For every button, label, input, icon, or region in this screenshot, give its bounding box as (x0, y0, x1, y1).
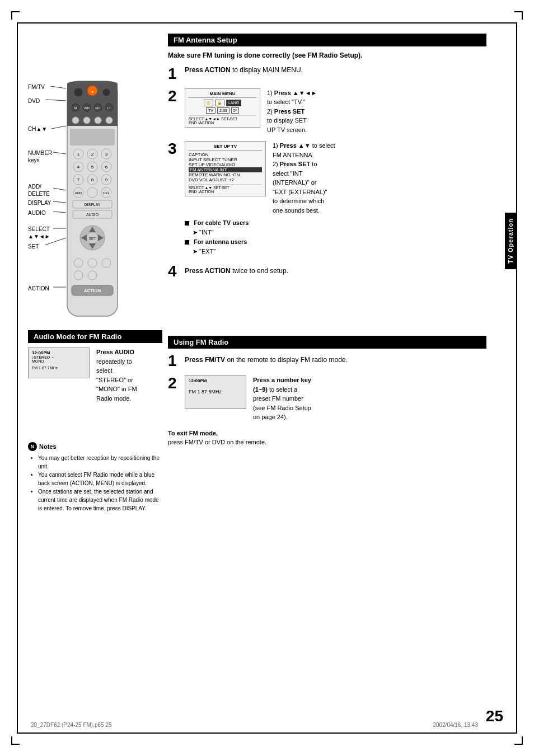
svg-point-39 (87, 187, 97, 198)
audio-desc3: "STEREO" or (96, 377, 133, 383)
svg-text:ADD: ADD (75, 191, 82, 195)
svg-text:M: M (74, 106, 77, 110)
notes-section: N Notes You may get better reception by … (28, 442, 162, 513)
cable-bullet (185, 221, 189, 226)
fm-desc4: on page 24). (253, 414, 288, 420)
setup-tv-footer: SELECT:▲▼ SET:SETEND :ACTION (189, 184, 262, 194)
using-fm-step1-action: Press FM/TV (185, 356, 225, 364)
fm-desc2: preset FM number (253, 395, 303, 402)
audio-action: Press AUDIO (96, 349, 134, 355)
remote-label-display: DISPLAY (28, 200, 51, 206)
step1-action: Press ACTION (185, 66, 231, 74)
audio-mode-desc: Press AUDIO repeatedly to select "STEREO… (96, 348, 137, 403)
menu-icon-clock: 2:33 (217, 107, 229, 114)
step3-block: 3 SET UP TV CAPTION INPUT SELECT TUNER S… (168, 141, 486, 255)
using-fm-section: Using FM Radio 1 Press FM/TV on the remo… (168, 336, 486, 447)
main-menu-screen: MAIN MENU 📀 🔒 LANG TV 2:33 5³ (185, 88, 260, 128)
cable-note: For cable TV users (185, 219, 486, 226)
svg-point-3 (74, 88, 83, 97)
right-column: FM Antenna Setup Make sure FM tuning is … (168, 34, 486, 288)
fm-desc1: to select a (269, 386, 297, 393)
step4-text: twice to end setup. (232, 267, 288, 275)
step3-inst7: to determine which (273, 196, 335, 206)
using-fm-step1-body: Press FM/TV on the remote to display FM … (185, 353, 348, 364)
svg-point-18 (106, 117, 113, 124)
dvd-vol-row: DVD VOL ADJUST :+2 (189, 177, 262, 182)
exit-fm-desc: press FM/TV or DVD on the remote. (168, 439, 266, 445)
note-item-2: You cannot select FM Radio mode while a … (38, 471, 162, 487)
setup-tv-title: SET UP TV (189, 144, 262, 151)
svg-point-55 (88, 259, 97, 267)
audio-screen-time: 12:00PM (32, 350, 86, 355)
step2-inst2: to select "TV." (267, 97, 317, 107)
using-fm-header: Using FM Radio (168, 336, 486, 349)
remote-label-number: NUMBERkeys (28, 149, 52, 164)
step3-inst2: FM ANTENNA. (273, 151, 335, 160)
step4-body: Press ACTION twice to end setup. (185, 264, 288, 275)
notes-icon: N (28, 442, 37, 451)
using-fm-step2: 2 12:00PM FM 1 87.5MHz Press a number ke… (168, 375, 486, 422)
step3-body: SET UP TV CAPTION INPUT SELECT TUNER SET… (185, 141, 486, 255)
svg-text:6: 6 (105, 165, 108, 170)
svg-rect-19 (70, 129, 115, 145)
antenna-note: For antenna users (185, 238, 486, 245)
remote-label-audio: AUDIO (28, 210, 46, 216)
audio-desc2: select (96, 367, 113, 374)
using-fm-screen: 12:00PM FM 1 87.5MHz (185, 375, 246, 409)
step3-inst4: select "INT (273, 169, 335, 179)
svg-point-17 (95, 117, 101, 124)
step3-inst5: (INTERNAL)" or (273, 178, 335, 187)
note-item-3: Once stations are set, the selected stat… (38, 487, 162, 513)
setup-tv-screen: SET UP TV CAPTION INPUT SELECT TUNER SET… (185, 141, 266, 196)
audio-screen-mono: MONO (32, 359, 86, 363)
corner-bl (11, 736, 20, 745)
using-fm-step2-num: 2 (168, 375, 180, 391)
svg-text:8: 8 (91, 177, 94, 182)
step2-inst4: to display SET (267, 116, 317, 125)
main-content: ● M WR MU LT (28, 34, 503, 722)
corner-tl (11, 11, 20, 20)
svg-point-54 (74, 259, 83, 267)
step2-block: 2 MAIN MENU 📀 🔒 LANG TV 2: (168, 88, 486, 135)
remote-label-select: SELECT▲▼◄► (28, 226, 50, 240)
svg-text:LT: LT (107, 106, 111, 110)
step3-inst1: 1) Press ▲▼ to select (273, 141, 335, 151)
svg-point-5 (102, 88, 110, 96)
corner-tr (514, 11, 523, 20)
svg-text:5: 5 (91, 165, 94, 170)
remote-label-set: SET (28, 243, 39, 250)
remote-label-dvd: DVD (28, 98, 40, 104)
audio-mode-fm-screen: 12:00PM ♪STEREO ← MONO FM 1 87.7MHz (28, 348, 90, 378)
using-fm-step2-desc: Press a number key (1~9) to select a pre… (253, 375, 311, 422)
fm-antenna-setup-header: FM Antenna Setup (168, 34, 486, 46)
using-fm-step2-body: 12:00PM FM 1 87.5MHz Press a number key … (185, 375, 486, 422)
exit-fm-mode: To exit FM mode, press FM/TV or DVD on t… (168, 429, 486, 447)
remote-warning-row: REMOTE WARNING :ON (189, 172, 262, 177)
fm-antenna-setup-title: FM Antenna Setup (174, 36, 237, 44)
audio-desc1: repeatedly to (96, 358, 132, 365)
using-fm-screen-fm: FM 1 87.5MHz (189, 389, 242, 395)
step3-inst6: "EXT (EXTERNAL)" (273, 187, 335, 197)
step2-inst3: 2) Press SET (267, 107, 317, 116)
menu-icon-ch: 5³ (231, 107, 239, 114)
step3-inst8: one sounds best. (273, 206, 335, 215)
main-menu-footer: SELECT:▲▼◄► SET-SETEND :ACTION (189, 115, 256, 125)
notes-list: You may get better reception by repositi… (28, 454, 162, 513)
svg-text:WR: WR (84, 106, 90, 110)
menu-icon-language: LANG (226, 100, 241, 106)
notes-title: Notes (39, 443, 57, 450)
svg-text:SET: SET (88, 237, 96, 241)
menu-icon-dvd: 📀 (204, 100, 213, 106)
step2-number: 2 (168, 88, 180, 104)
antenna-bullet (185, 240, 189, 245)
using-fm-step1-desc: on the remote to display FM radio mode. (227, 356, 347, 364)
number-range: (1~9) (253, 386, 268, 393)
audio-mode-section: Audio Mode for FM Radio 12:00PM ♪STEREO … (28, 330, 162, 403)
step3-inst3: 2) Press SET to (273, 159, 335, 169)
audio-desc5: Radio mode. (96, 395, 131, 402)
audio-screen-stereo: ♪STEREO ← (32, 355, 86, 359)
notes-header: N Notes (28, 442, 162, 451)
note-item-1: You may get better reception by repositi… (38, 454, 162, 471)
using-fm-step1: 1 Press FM/TV on the remote to display F… (168, 353, 486, 369)
exit-fm-label: To exit FM mode, (168, 430, 218, 436)
